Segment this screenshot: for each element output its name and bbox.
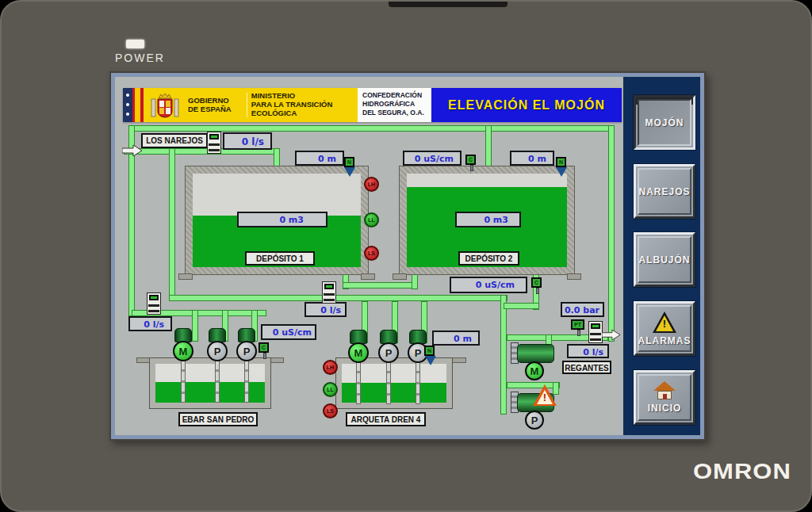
- pipe: [169, 148, 175, 301]
- tank2-conductivity-out-display: 0 uS/cm: [450, 277, 527, 293]
- pipe: [500, 295, 507, 415]
- tank-foot: [178, 273, 193, 280]
- pipe: [485, 125, 492, 170]
- regantes-flow-display: 0 l/s: [567, 344, 609, 358]
- pipe: [169, 295, 508, 301]
- level-indicator-lh: LH: [323, 360, 338, 375]
- warning-triangle-icon: !: [653, 311, 676, 333]
- conductivity-sensor-icon: C: [259, 342, 269, 353]
- nav-button-narejos[interactable]: NAREJOS: [634, 164, 695, 219]
- level-sensor-icon: N: [424, 346, 435, 356]
- level-sensor-icon: N: [556, 157, 566, 167]
- level-sensor-icon: N: [344, 157, 354, 167]
- pump-regantes-1: [517, 344, 554, 363]
- nav-sidebar: MOJÓN NAREJOS ALBUJÓN ! ALARMAS: [623, 77, 703, 435]
- transfer-flow-display: 0 l/s: [304, 302, 347, 317]
- pump-shaft: [215, 360, 220, 403]
- arqueta-label: ARQUETA DREN 4: [346, 412, 426, 426]
- government-banner: GOBIERNO DE ESPAÑA MINISTERIO PARA LA TR…: [144, 88, 358, 122]
- pipe: [343, 282, 418, 288]
- pump-status-badge: M: [348, 342, 369, 363]
- flag-navy-band: [123, 88, 132, 122]
- device-bezel: POWER OMRON: [0, 0, 812, 512]
- pipe: [192, 310, 198, 342]
- inlet-flow-display: 0 l/s: [223, 132, 272, 150]
- gobierno-text: GOBIERNO DE ESPAÑA: [188, 97, 243, 114]
- tank-foot: [393, 273, 407, 280]
- nav-button-inicio[interactable]: INICIO: [634, 370, 695, 425]
- nav-button-mojon[interactable]: MOJÓN: [634, 95, 695, 150]
- pump-status-badge: M: [525, 361, 544, 380]
- omron-logo: OMRON: [693, 458, 791, 484]
- pump-shaft: [181, 360, 186, 403]
- pipe: [504, 303, 539, 309]
- confederacion-text: CONFEDERACIÓN HIDROGRÁFICA DEL SEGURA, O…: [358, 88, 431, 122]
- ebar-label: EBAR SAN PEDRO: [178, 412, 258, 426]
- header-divider: [247, 93, 247, 117]
- nav-button-albujon[interactable]: ALBUJÓN: [634, 232, 695, 287]
- regantes-pressure-display: 0.0 bar: [561, 302, 604, 317]
- pump-status-badge: P: [525, 411, 544, 430]
- spain-coat-of-arms: [148, 91, 182, 120]
- flow-meter-icon: [588, 321, 603, 343]
- sensor-stem: [577, 330, 580, 336]
- conductivity-sensor-icon: C: [465, 155, 476, 165]
- hmi-screen: M P P M P P M P ! LH LL LS LH LL LS N: [113, 75, 703, 437]
- pump-status-badge: P: [236, 341, 257, 361]
- tank-foot: [567, 273, 581, 280]
- nav-button-alarmas[interactable]: ! ALARMAS: [634, 301, 695, 356]
- ultrasonic-cone-icon: [425, 356, 436, 365]
- flow-meter-icon: [147, 292, 161, 315]
- bezel-top-label: [389, 2, 508, 7]
- ebar-flow-display: 0 l/s: [128, 316, 172, 331]
- tank1-label: DEPÓSITO 1: [245, 251, 315, 266]
- flow-meter-icon: [207, 132, 221, 154]
- pit-ebar-san-pedro: [150, 358, 270, 408]
- inlet-label: LOS NAREJOS: [141, 133, 208, 148]
- pump-shaft: [386, 361, 391, 404]
- pipe: [132, 125, 614, 132]
- tank2-label: DEPÓSITO 2: [458, 251, 519, 266]
- pit-arqueta-dren-4: [336, 358, 452, 408]
- page-title-banner: ELEVACIÓN EL MOJÓN: [431, 88, 622, 122]
- tank2-level-display: 0 m: [510, 151, 554, 166]
- level-indicator-lh: LH: [364, 177, 379, 192]
- ministerio-text: MINISTERIO PARA LA TRANSICIÓN ECOLÓGICA: [251, 92, 358, 118]
- pump-alarm-warning-icon: !: [533, 384, 557, 406]
- sensor-stem: [263, 353, 266, 359]
- tank-foot: [361, 273, 375, 280]
- ultrasonic-cone-icon: [556, 167, 567, 177]
- pipe: [608, 125, 615, 342]
- power-label: POWER: [115, 52, 165, 64]
- pressure-sensor-icon: PT: [571, 319, 584, 330]
- pump-status-badge: P: [207, 341, 228, 361]
- home-icon: [653, 381, 676, 400]
- power-led-indicator: [126, 40, 144, 48]
- flow-meter-icon: [322, 281, 336, 304]
- hmi-screen-frame: M P P M P P M P ! LH LL LS LH LL LS N: [109, 71, 706, 441]
- sensor-stem: [470, 165, 473, 171]
- conductivity-sensor-icon: C: [531, 277, 542, 288]
- pump-shaft: [244, 360, 249, 403]
- tank2-conductivity-in-display: 0 uS/cm: [403, 151, 462, 166]
- regantes-label: REGANTES: [562, 361, 611, 374]
- level-indicator-ll: LL: [364, 212, 379, 227]
- spain-flag-stripes: [132, 88, 144, 122]
- level-indicator-ls: LS: [364, 246, 379, 261]
- ultrasonic-cone-icon: [344, 167, 355, 177]
- pump-status-badge: M: [173, 341, 193, 361]
- arqueta-level-display: 0 m: [432, 331, 480, 346]
- pump-status-badge: P: [378, 342, 399, 363]
- page-title: ELEVACIÓN EL MOJÓN: [448, 98, 605, 113]
- level-indicator-ls: LS: [323, 403, 338, 418]
- ebar-conductivity-display: 0 uS/cm: [261, 324, 316, 340]
- header-banner: GOBIERNO DE ESPAÑA MINISTERIO PARA LA TR…: [123, 88, 622, 122]
- sensor-stem: [536, 288, 539, 294]
- pump-shaft: [356, 361, 361, 404]
- tank2-volume-display: 0 m3: [455, 212, 521, 227]
- level-indicator-ll: LL: [323, 382, 338, 397]
- outlet-flow-arrow-icon: [602, 329, 621, 341]
- pump-shaft: [416, 361, 420, 404]
- inlet-flow-arrow-icon: [122, 144, 143, 157]
- tank1-level-display: 0 m: [295, 151, 344, 166]
